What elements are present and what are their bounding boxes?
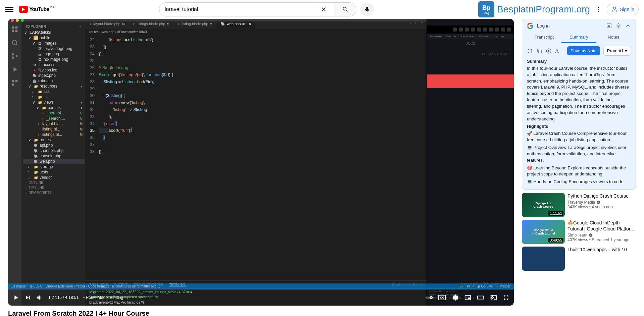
search-input[interactable] xyxy=(165,6,318,12)
theater-icon[interactable] xyxy=(477,294,484,301)
fullscreen-icon[interactable] xyxy=(502,294,510,301)
volume-icon[interactable] xyxy=(36,294,44,301)
svg-rect-12 xyxy=(478,296,484,299)
related-video[interactable]: I built 10 web apps... with 10 xyxy=(522,247,636,271)
tab-transcript[interactable]: Transcript xyxy=(527,32,561,43)
play-icon[interactable] xyxy=(12,294,19,301)
captions-icon[interactable]: CC xyxy=(438,295,446,300)
current-time: 1:27:15 xyxy=(48,295,62,300)
vscode-activity-bar xyxy=(8,19,21,306)
text-icon[interactable]: A xyxy=(555,48,559,54)
video-player[interactable]: EXPLORER⋯ ∨LARAGIGS ∨📁public ∨🖼images 🖼l… xyxy=(8,19,514,306)
signin-button[interactable]: Sign in xyxy=(607,4,639,15)
total-time: 4:18:51 xyxy=(65,295,79,300)
country-code: RS xyxy=(50,5,55,8)
miniplayer-icon[interactable] xyxy=(464,294,472,301)
svg-point-1 xyxy=(12,40,17,45)
related-channel: Traversy Media xyxy=(567,200,636,205)
vscode-explorer: EXPLORER⋯ ∨LARAGIGS ∨📁public ∨🖼images 🖼l… xyxy=(21,19,85,306)
svg-rect-5 xyxy=(12,80,14,82)
save-note-button[interactable]: Save as Note xyxy=(567,46,600,55)
related-title: 🔥Google Cloud InDepth Tutorial | Google … xyxy=(567,220,636,232)
youtube-logo[interactable]: YouTubeRS xyxy=(19,6,55,13)
svg-point-15 xyxy=(618,25,620,27)
related-thumbnail: Django 2.xCrash Course1:11:51 xyxy=(522,193,565,217)
svg-rect-11 xyxy=(468,298,470,299)
svg-point-2 xyxy=(12,53,14,55)
related-channel: Simplilearn xyxy=(567,233,636,238)
related-thumbnail xyxy=(522,247,565,271)
related-video[interactable]: Google CloudIn-Depth tutorial3:49:55 🔥Go… xyxy=(522,220,636,244)
google-icon xyxy=(527,22,534,29)
svg-point-0 xyxy=(613,7,616,9)
search-button[interactable] xyxy=(335,2,356,16)
ext-collapse-icon[interactable] xyxy=(625,23,631,29)
autoplay-toggle[interactable] xyxy=(426,294,433,301)
ext-settings-icon[interactable] xyxy=(615,23,622,29)
settings-icon[interactable] xyxy=(451,294,459,301)
related-meta: 407K views • Streamed 1 year ago xyxy=(567,238,636,242)
tab-summary[interactable]: Summary xyxy=(561,32,596,43)
browser-preview: TeachableAmazonGoogle DocsGitHubcdnjs.co… xyxy=(427,19,514,306)
extension-content: Summary In this four-hour Laravel course… xyxy=(527,58,631,186)
related-title: I built 10 web apps... with 10 xyxy=(567,247,636,253)
svg-point-4 xyxy=(16,55,18,57)
svg-point-18 xyxy=(548,50,550,52)
cast-icon[interactable] xyxy=(490,294,497,301)
related-thumbnail: Google CloudIn-Depth tutorial3:49:55 xyxy=(522,220,565,244)
related-title: Python Django Crash Course xyxy=(567,193,636,199)
voice-search-icon[interactable] xyxy=(360,3,374,16)
related-meta: 343K views • 4 years ago xyxy=(567,205,636,209)
clear-search-icon[interactable]: ✕ xyxy=(318,5,329,13)
copy-icon[interactable] xyxy=(536,48,542,54)
svg-point-3 xyxy=(12,57,14,59)
prompt-dropdown[interactable]: Prompt1▾ xyxy=(603,46,631,56)
related-video[interactable]: Django 2.xCrash Course1:11:51 Python Dja… xyxy=(522,193,636,217)
tab-notes[interactable]: Notes xyxy=(596,32,631,43)
svg-rect-16 xyxy=(538,50,541,53)
next-icon[interactable] xyxy=(24,294,32,301)
menu-icon[interactable] xyxy=(5,5,13,13)
ext-login-link[interactable]: Log in xyxy=(537,23,603,29)
bp-logo[interactable]: Bp.org BesplatniProgrami.org xyxy=(478,1,590,17)
video-title: Laravel From Scratch 2022 | 4+ Hour Cour… xyxy=(8,310,514,316)
ext-popout-icon[interactable] xyxy=(606,23,612,29)
svg-rect-6 xyxy=(15,80,17,82)
more-icon[interactable]: ⋮ xyxy=(595,6,601,13)
refresh-icon[interactable] xyxy=(527,48,533,54)
chapter-name[interactable]: Route Model Binding xyxy=(83,295,123,300)
extension-panel: Log in Transcript Summary Notes A Save a… xyxy=(522,19,636,190)
ai-icon[interactable] xyxy=(546,48,552,54)
svg-rect-7 xyxy=(12,84,14,86)
